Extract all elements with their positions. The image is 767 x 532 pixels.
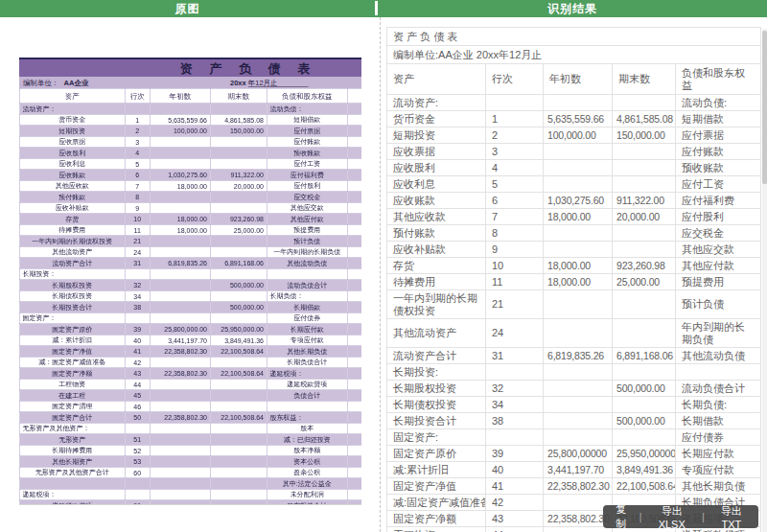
result-cell: 6,891,168.06 bbox=[613, 348, 676, 364]
export-xlsx-button[interactable]: 导出XLSX bbox=[641, 504, 702, 530]
source-cell: 22,358,802.30 bbox=[150, 368, 210, 380]
source-cell: 递延税款借项 bbox=[19, 500, 125, 505]
source-cell: 21 bbox=[125, 236, 150, 247]
source-cell: 42 bbox=[125, 357, 150, 368]
result-cell: 6 bbox=[486, 193, 544, 209]
result-cell: 长期投资合计 bbox=[387, 413, 486, 429]
source-cell: 40 bbox=[125, 335, 150, 346]
result-cell: 38 bbox=[486, 413, 544, 429]
source-cell: 流动负债合计 bbox=[267, 280, 347, 291]
result-cell bbox=[544, 319, 613, 348]
result-row: 应收股利4预收账款 bbox=[387, 160, 761, 176]
source-row: 无形资产及其他资产：股本 bbox=[19, 423, 361, 434]
source-cell: 盈余公积 bbox=[267, 467, 347, 478]
result-cell: 其他长期负债 bbox=[676, 478, 761, 495]
source-row: 固定资产清理46 bbox=[19, 401, 361, 412]
source-cell: 其他应交款 bbox=[267, 202, 347, 214]
result-cell: 8 bbox=[486, 225, 544, 242]
source-cell bbox=[347, 346, 361, 358]
result-cell: 3 bbox=[486, 144, 544, 160]
source-cell: 无形资产 bbox=[19, 434, 125, 446]
result-column-header: 行次 bbox=[486, 64, 544, 95]
source-row: 减：固定资产减值准备42长期负债合计 bbox=[19, 357, 361, 368]
source-balance-sheet-image: 资 产 负 债 表 编制单位：AA企业 20xx 年12月止 资产行次年初数期末… bbox=[19, 58, 361, 505]
result-cell: 9 bbox=[486, 242, 544, 258]
result-cell: 3,849,491.36 bbox=[613, 462, 676, 478]
source-cell: 500,000.00 bbox=[210, 302, 267, 313]
source-cell: 其他应收款 bbox=[19, 180, 125, 192]
result-cell: 固定资产原价 bbox=[387, 446, 486, 462]
source-cell: 31 bbox=[125, 258, 150, 269]
result-cell: 500,000.00 bbox=[613, 381, 676, 397]
source-cell: 911,322.00 bbox=[210, 170, 267, 181]
source-cell bbox=[347, 368, 361, 380]
result-row: 其他应收款718,000.0020,000.00应付股利 bbox=[387, 209, 761, 225]
source-cell: 长期股权投资 bbox=[19, 280, 125, 291]
source-cell: 6,891,168.06 bbox=[210, 258, 267, 269]
result-cell: 4 bbox=[486, 160, 544, 176]
source-cell: 其中:法定公益金 bbox=[267, 478, 347, 490]
source-row: 应收账款61,030,275.60911,322.00应付福利费 bbox=[19, 170, 361, 181]
source-row: 长期待摊费用52股本净额 bbox=[19, 445, 361, 456]
source-cell bbox=[347, 192, 361, 203]
source-cell bbox=[347, 467, 361, 478]
source-cell: 负债合计 bbox=[267, 390, 347, 402]
result-cell: 41 bbox=[486, 478, 544, 495]
scrollbar-track[interactable] bbox=[762, 29, 767, 532]
copy-button[interactable]: 复制 bbox=[603, 502, 639, 531]
result-cell: 应付账款 bbox=[676, 144, 761, 160]
source-cell: 2 bbox=[125, 126, 150, 137]
result-cell: 其他流动资产 bbox=[387, 319, 486, 348]
source-cell: 6 bbox=[125, 170, 150, 181]
source-cell: 150,000.00 bbox=[210, 126, 267, 137]
left-panel-title: 原图 bbox=[0, 0, 375, 17]
result-row: 应收补贴款9其他应交款 bbox=[387, 242, 761, 258]
source-row: 流动资产：流动负债： bbox=[19, 104, 361, 115]
source-row: 长期股权投资32500,000.00流动负债合计 bbox=[19, 280, 361, 291]
floating-toolbar: 复制 | 导出XLSX | 导出TXT bbox=[603, 505, 758, 528]
source-column-header: 资产 bbox=[19, 88, 125, 104]
source-row: 长期债权投资34长期负债： bbox=[19, 290, 361, 302]
source-cell: 长期借款 bbox=[267, 302, 347, 313]
source-cell bbox=[150, 489, 210, 500]
source-cell: 923,260.98 bbox=[210, 214, 267, 225]
source-cell: 其他流动资产 bbox=[19, 246, 125, 258]
source-cell bbox=[210, 500, 267, 505]
result-cell bbox=[544, 413, 613, 429]
source-cell bbox=[347, 290, 361, 302]
source-row: 固定资产净值4122,358,802.3022,100,508.64其他长期负债 bbox=[19, 346, 361, 358]
result-cell bbox=[613, 95, 676, 111]
source-cell bbox=[347, 148, 361, 159]
result-cell: 应收股利 bbox=[387, 160, 486, 176]
result-row: 存货1018,000.00923,260.98其他应付款 bbox=[387, 258, 761, 274]
source-cell bbox=[150, 478, 210, 490]
source-cell: 固定资产净值 bbox=[19, 346, 125, 358]
result-cell: 长期应付款 bbox=[676, 446, 761, 462]
result-cell: 5,635,559.66 bbox=[544, 111, 613, 127]
source-cell: 股本 bbox=[267, 423, 347, 434]
result-cell: 长期投资: bbox=[387, 364, 486, 381]
scrollbar-thumb[interactable] bbox=[762, 31, 767, 184]
result-cell: 150,000.00 bbox=[613, 127, 676, 144]
source-cell: 股东权益： bbox=[267, 412, 347, 424]
result-row: 减:累计折旧403,441,197.703,849,491.36专项应付款 bbox=[387, 462, 761, 478]
source-cell: 25,800,000.00 bbox=[150, 324, 210, 335]
result-cell: 500,000.00 bbox=[613, 413, 676, 429]
source-cell: 6,819,835.26 bbox=[150, 258, 210, 269]
result-cell: 100,000.00 bbox=[544, 127, 613, 144]
source-row: 一年内到期的长期债权投资21预计负债 bbox=[19, 236, 361, 247]
source-cell bbox=[347, 180, 361, 192]
result-cell bbox=[544, 242, 613, 258]
sheet-title: 资 产 负 债 表 bbox=[19, 58, 361, 77]
result-row: 固定资产:应付债券 bbox=[387, 429, 761, 446]
source-cell bbox=[347, 478, 361, 490]
result-cell bbox=[544, 290, 613, 319]
result-cell: 4,861,585.08 bbox=[613, 111, 676, 127]
source-cell: 18,000.00 bbox=[150, 224, 210, 236]
source-cell: 减：累计折旧 bbox=[19, 335, 125, 346]
result-cell: 39 bbox=[486, 446, 544, 462]
export-txt-button[interactable]: 导出TXT bbox=[705, 504, 758, 530]
result-cell: 工程物资 bbox=[387, 527, 486, 532]
source-row: 固定资产原价3925,800,000.0025,950,000.00长期应付款 bbox=[19, 324, 361, 335]
source-cell bbox=[210, 478, 267, 490]
